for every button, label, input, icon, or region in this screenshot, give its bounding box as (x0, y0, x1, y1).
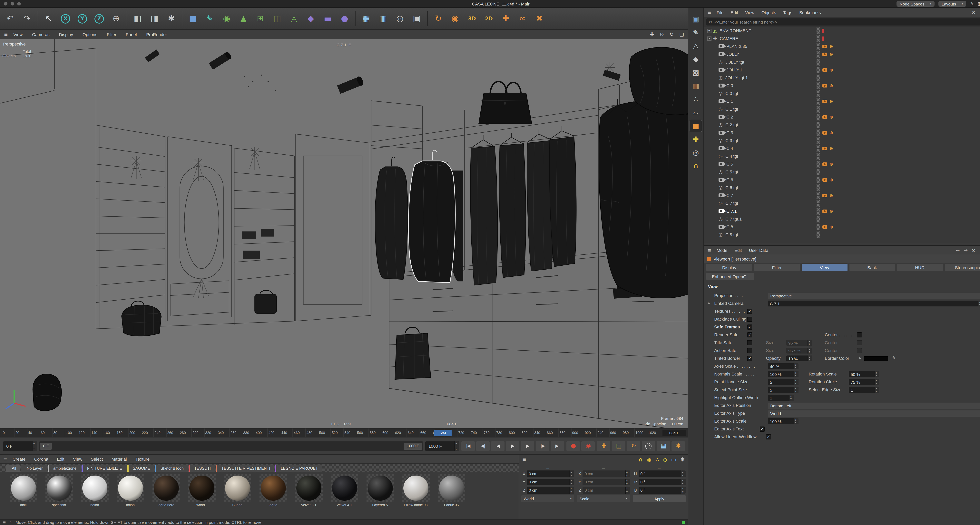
back-arrow-icon[interactable]: ← (956, 248, 960, 252)
visibility-toggles[interactable] (816, 207, 820, 215)
deformer-button[interactable]: ◆ (303, 10, 319, 27)
opacity-field[interactable]: 10 % (786, 356, 812, 361)
rotation-scale-field[interactable]: 50 % (849, 371, 879, 377)
camera-tag-icon[interactable] (822, 68, 827, 72)
om-menu-tags[interactable]: Tags (783, 10, 792, 15)
corona-interactive-render-button[interactable]: ↻ (430, 10, 446, 27)
object-row[interactable]: ◎C 8 tgt (704, 231, 980, 239)
timeline-tick[interactable]: 60 (40, 428, 52, 437)
undo-icon[interactable]: ↶ (2, 10, 18, 27)
record-position-button[interactable]: ✚ (597, 441, 610, 451)
visibility-toggles[interactable] (816, 90, 820, 97)
goto-start-button[interactable]: |◀ (461, 441, 475, 451)
coordinate-mode-dropdown[interactable]: Scale▾ (577, 495, 630, 502)
spinner-icon[interactable] (625, 487, 630, 494)
object-row[interactable]: JOLLY⊕ (704, 50, 980, 58)
lock-x-axis-button[interactable]: X (57, 10, 73, 27)
timeline-tick[interactable]: 40 (27, 428, 40, 437)
om-menu-edit[interactable]: Edit (731, 10, 738, 15)
material-menu-create[interactable]: Create (13, 457, 25, 461)
sky-button[interactable]: ● (337, 10, 352, 27)
object-row[interactable]: +◭ENVIRONMENT (704, 27, 980, 35)
timeline-tick[interactable]: 940 (596, 428, 609, 437)
object-row[interactable]: ◎JOLLY tgt.1 (704, 74, 980, 81)
spinner-icon[interactable] (808, 340, 812, 346)
material-preview[interactable] (403, 476, 428, 501)
timeline-tick[interactable]: 240 (153, 428, 166, 437)
minimize-button[interactable] (11, 2, 14, 5)
apply-button[interactable]: Apply (633, 495, 686, 502)
timeline-tick[interactable]: 300 (191, 428, 204, 437)
search-icon[interactable]: ⊙ (972, 248, 975, 252)
visibility-toggles[interactable] (816, 27, 820, 34)
layer-tab[interactable]: No Layer (21, 464, 47, 472)
instance-button[interactable]: ◬ (286, 10, 302, 27)
target-tag-icon[interactable]: ⊕ (829, 162, 833, 166)
camera-tag-icon[interactable] (822, 147, 827, 150)
timeline-tick[interactable]: 320 (204, 428, 217, 437)
spinner-icon[interactable] (681, 487, 686, 494)
points-mode-button[interactable]: ∴ (690, 93, 702, 105)
timeline-tick[interactable]: 960 (609, 428, 622, 437)
spinner-icon[interactable] (794, 418, 799, 424)
timeline-tick[interactable]: 880 (558, 428, 571, 437)
pen-spline-button[interactable]: ✎ (202, 10, 218, 27)
timeline-tick[interactable]: 1000 (634, 428, 647, 437)
visibility-toggles[interactable] (816, 137, 820, 144)
axis-position-dropdown[interactable]: Bottom Left ▾ (768, 402, 980, 409)
object-row[interactable]: ◎C 7 tgt.1 (704, 215, 980, 223)
grid-table-button[interactable]: ▦ (358, 10, 374, 27)
visibility-toggles[interactable] (816, 176, 820, 184)
range-start-handle[interactable]: 0 F (40, 442, 52, 450)
visibility-toggles[interactable] (816, 82, 820, 89)
material-preview[interactable] (189, 476, 214, 501)
timeline-frame-field[interactable]: 684 F (662, 430, 686, 436)
object-row[interactable]: C 6⊕ (704, 176, 980, 184)
playhead[interactable]: 684 (434, 430, 452, 436)
autokey-button[interactable]: ◉ (581, 441, 595, 451)
target-tag-icon[interactable]: ⊕ (829, 131, 833, 135)
material-swatch[interactable]: wood+ (184, 474, 220, 507)
hamburger-icon[interactable]: ≡ (4, 32, 8, 37)
snap-settings-icon[interactable]: ✱ (680, 456, 685, 462)
target-tag-icon[interactable]: ⊕ (829, 52, 833, 56)
material-menu-select[interactable]: Select (91, 457, 103, 461)
edit-icon[interactable]: ✎ (970, 2, 974, 6)
camera-tag-icon[interactable] (822, 115, 827, 119)
backface-culling-checkbox[interactable] (747, 317, 752, 322)
material-preview[interactable] (368, 476, 393, 501)
render-settings-button[interactable]: ✱ (164, 10, 179, 27)
material-preview[interactable] (225, 476, 250, 501)
target-tag-icon[interactable]: ⊕ (829, 99, 833, 104)
camera-tag-icon[interactable] (822, 84, 827, 87)
visibility-toggles[interactable] (816, 50, 820, 58)
viewport-screen-button[interactable]: ▣ (690, 13, 702, 25)
expand-arrow-icon[interactable]: ▸ (708, 301, 710, 305)
object-row[interactable]: C 5⊕ (704, 160, 980, 168)
timeline-tick[interactable]: 400 (255, 428, 267, 437)
om-menu-objects[interactable]: Objects (762, 10, 776, 15)
material-preview[interactable] (82, 476, 107, 501)
corona-lock-button[interactable]: ◉ (447, 10, 463, 27)
timeline-tick[interactable]: 1020 (647, 428, 660, 437)
visibility-toggles[interactable] (816, 43, 820, 50)
camera-tag-icon[interactable] (822, 194, 827, 197)
material-swatch[interactable]: Layered.5 (362, 474, 398, 507)
timeline-ruler[interactable]: 0204060801001201401601802002202402602803… (0, 428, 688, 437)
timeline-tick[interactable]: 900 (571, 428, 584, 437)
object-row[interactable]: ◎C 4 tgt (704, 152, 980, 160)
spinner-icon[interactable] (570, 479, 574, 485)
prev-frame-button[interactable]: ◀ (491, 441, 504, 451)
om-menu-view[interactable]: View (745, 10, 754, 15)
safe-frames-checkbox[interactable] (747, 324, 752, 330)
object-row[interactable]: ◎C 6 tgt (704, 184, 980, 191)
hamburger-icon[interactable]: ≡ (707, 10, 711, 15)
timeline-tick[interactable]: 540 (343, 428, 356, 437)
coordinate-field-b[interactable]: 0 ° (638, 487, 686, 494)
tinted-border-checkbox[interactable] (747, 356, 752, 361)
pan-view-icon[interactable]: ✚ (650, 32, 654, 37)
point-handle-size-field[interactable]: 5 (768, 379, 799, 385)
spinner-icon[interactable] (794, 387, 799, 393)
timeline-tick[interactable]: 520 (331, 428, 344, 437)
floor-button[interactable]: ▬ (320, 10, 336, 27)
